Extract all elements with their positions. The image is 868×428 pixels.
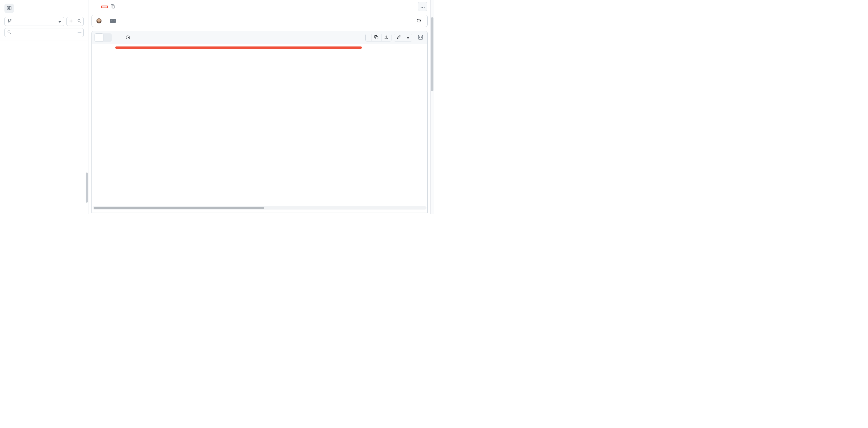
files-sidebar xyxy=(0,0,88,214)
code-viewer[interactable] xyxy=(92,44,427,213)
edit-dropdown-button[interactable] xyxy=(404,34,412,41)
new-file-button[interactable] xyxy=(67,17,75,26)
collapse-sidebar-button[interactable] xyxy=(4,4,14,13)
code-card xyxy=(91,31,428,213)
expand-commit-message-button[interactable] xyxy=(110,19,116,23)
goto-file-input[interactable] xyxy=(4,28,84,37)
sidebar-header xyxy=(0,0,88,16)
caret-down-icon xyxy=(407,36,409,40)
avatar[interactable] xyxy=(96,18,102,24)
search-files-button[interactable] xyxy=(75,17,84,26)
breadcrumb xyxy=(88,0,434,12)
history-icon xyxy=(417,18,421,24)
branch-selector[interactable] xyxy=(4,17,64,26)
search-icon xyxy=(7,30,11,35)
git-branch-icon xyxy=(7,19,12,24)
copy-icon xyxy=(111,4,115,9)
tab-code[interactable] xyxy=(95,33,103,42)
code-blame-switch xyxy=(95,33,112,42)
edit-group xyxy=(394,34,412,41)
goto-file-row xyxy=(0,28,88,40)
file-content-pane xyxy=(88,0,434,214)
symbols-panel-button[interactable] xyxy=(416,34,425,41)
download-button[interactable] xyxy=(381,34,391,41)
more-options-button[interactable] xyxy=(418,2,427,11)
copy-path-button[interactable] xyxy=(111,4,115,9)
branch-actions xyxy=(66,17,84,26)
copy-icon xyxy=(374,35,378,40)
branch-row xyxy=(0,16,88,28)
panel-collapse-icon xyxy=(7,6,12,11)
code-toolbar xyxy=(92,31,427,44)
annotation-code-box xyxy=(115,47,362,49)
plus-icon xyxy=(69,19,73,24)
raw-button[interactable] xyxy=(366,34,371,41)
kebab-icon xyxy=(421,4,425,9)
code-square-icon xyxy=(418,34,423,40)
horizontal-scrollbar xyxy=(93,206,427,209)
sidebar-scrollbar-thumb[interactable] xyxy=(86,173,88,203)
page-scrollbar xyxy=(430,0,434,214)
horizontal-scrollbar-thumb[interactable] xyxy=(94,207,264,209)
search-icon xyxy=(77,19,82,24)
copy-file-button[interactable] xyxy=(371,34,381,41)
annotation-filename-box xyxy=(101,6,108,8)
raw-actions-group xyxy=(365,34,392,41)
page-scrollbar-thumb[interactable] xyxy=(431,17,433,91)
github-file-view xyxy=(0,0,434,214)
history-button[interactable] xyxy=(417,18,423,24)
copilot-icon xyxy=(125,35,130,40)
toolbar-actions xyxy=(365,34,425,41)
download-icon xyxy=(384,35,389,40)
latest-commit-bar xyxy=(91,15,428,27)
commit-meta xyxy=(411,18,423,24)
copilot-banner xyxy=(125,35,132,40)
goto-file-shortcut-key xyxy=(78,32,82,33)
pencil-icon xyxy=(397,35,401,40)
caret-down-icon xyxy=(58,19,61,24)
file-tree xyxy=(0,41,88,202)
tab-blame[interactable] xyxy=(103,33,112,42)
edit-file-button[interactable] xyxy=(394,34,404,41)
